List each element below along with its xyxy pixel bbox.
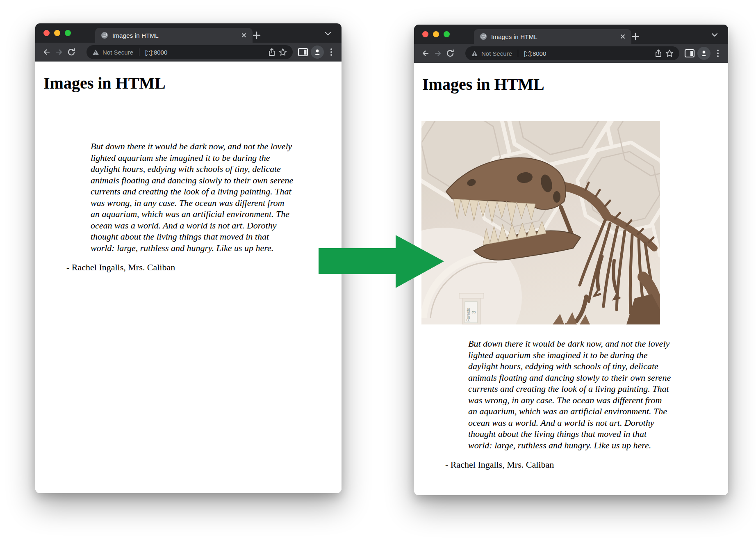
side-panel-icon[interactable] <box>684 49 695 58</box>
page-content-after: Images in HTML <box>414 63 728 495</box>
traffic-lights <box>422 31 450 37</box>
url-text: [::]:8000 <box>524 50 546 57</box>
tab-strip: Images in HTML <box>35 23 342 43</box>
close-window-button[interactable] <box>43 30 50 36</box>
zoom-window-button[interactable] <box>444 31 450 37</box>
browser-window-before: Images in HTML Not Se <box>35 23 342 493</box>
side-panel-icon[interactable] <box>298 48 308 57</box>
share-icon[interactable] <box>655 49 662 57</box>
profile-avatar-button[interactable] <box>697 47 710 60</box>
globe-favicon-icon <box>480 33 487 40</box>
security-label: Not Secure <box>481 50 512 57</box>
globe-favicon-icon <box>101 32 108 39</box>
forward-button[interactable] <box>432 47 444 59</box>
quote-text: But down there it would be dark now, and… <box>91 141 342 254</box>
warning-triangle-icon <box>92 49 99 55</box>
trex-skeleton-image: Forests 3 <box>421 121 660 324</box>
back-button[interactable] <box>419 47 432 59</box>
share-icon[interactable] <box>268 48 276 56</box>
bookmark-star-icon[interactable] <box>665 49 674 57</box>
omnibox-separator <box>518 50 518 57</box>
tab-title: Images in HTML <box>491 33 616 40</box>
minimize-window-button[interactable] <box>433 31 439 37</box>
tab-overview-chevron-icon[interactable] <box>709 30 720 40</box>
security-label: Not Secure <box>102 49 133 56</box>
zoom-window-button[interactable] <box>65 30 71 36</box>
person-icon <box>700 50 708 57</box>
bookmark-star-icon[interactable] <box>279 48 287 56</box>
minimize-window-button[interactable] <box>54 30 60 36</box>
reload-button[interactable] <box>65 46 77 58</box>
transformation-arrow <box>316 230 451 291</box>
quote-text: But down there it would be dark now, and… <box>468 338 728 451</box>
browser-tab[interactable]: Images in HTML <box>474 29 631 44</box>
browser-toolbar: Not Secure [::]:8000 <box>414 44 728 63</box>
reload-button[interactable] <box>444 47 456 59</box>
page-title: Images in HTML <box>422 75 728 94</box>
browser-window-after: Images in HTML Not Se <box>414 25 728 495</box>
forward-button[interactable] <box>53 46 65 58</box>
new-tab-button[interactable] <box>250 29 263 42</box>
omnibox-separator <box>139 48 139 56</box>
url-text: [::]:8000 <box>145 49 167 56</box>
warning-triangle-icon <box>471 50 478 57</box>
quote-attribution: - Rachel Ingalls, Mrs. Caliban <box>66 262 342 273</box>
right-arrow-icon <box>319 235 444 288</box>
address-bar[interactable]: Not Secure [::]:8000 <box>465 46 679 60</box>
profile-avatar-button[interactable] <box>311 46 324 59</box>
tab-strip: Images in HTML <box>414 25 728 44</box>
person-icon <box>314 48 321 56</box>
traffic-lights <box>43 30 71 36</box>
page-content-before: Images in HTML But down there it would b… <box>35 62 342 493</box>
tab-close-icon[interactable] <box>241 32 247 38</box>
tab-close-icon[interactable] <box>620 34 626 39</box>
address-bar[interactable]: Not Secure [::]:8000 <box>87 45 293 59</box>
new-tab-button[interactable] <box>629 30 642 43</box>
browser-tab[interactable]: Images in HTML <box>95 28 253 43</box>
quote-attribution: - Rachel Ingalls, Mrs. Caliban <box>445 459 728 470</box>
back-button[interactable] <box>41 46 53 58</box>
tab-overview-chevron-icon[interactable] <box>323 29 333 39</box>
tab-title: Images in HTML <box>112 32 237 39</box>
page-title: Images in HTML <box>43 74 342 93</box>
close-window-button[interactable] <box>422 31 428 37</box>
browser-toolbar: Not Secure [::]:8000 <box>35 43 342 62</box>
kebab-menu-icon[interactable] <box>713 48 723 58</box>
kebab-menu-icon[interactable] <box>326 47 336 57</box>
